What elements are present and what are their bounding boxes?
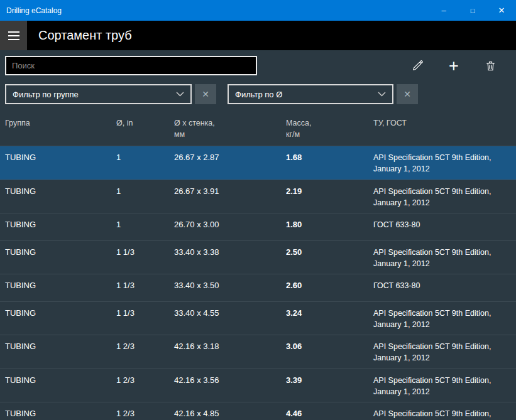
cell-size: 26.67 x 2.87	[174, 152, 286, 175]
delete-button[interactable]	[483, 59, 497, 73]
clear-diameter-filter-button[interactable]: ✕	[397, 84, 418, 104]
cell-group: TUBING	[5, 280, 116, 297]
cell-standard: ГОСТ 633-80	[373, 280, 516, 297]
table-header: Группа Ø, in Ø x стенка, мм Масса, кг/м …	[0, 110, 516, 146]
toolbar: +	[410, 59, 511, 73]
cell-mass: 1.68	[286, 152, 373, 175]
column-header-mass: Масса, кг/м	[286, 117, 373, 140]
filter-group-dropdown[interactable]: Фильтр по группе	[5, 84, 192, 104]
page-title: Сортамент труб	[38, 28, 132, 43]
cell-group: TUBING	[5, 247, 116, 269]
maximize-button[interactable]: □	[458, 0, 487, 21]
cell-standard: API Specification 5CT 9th Edition, Janua…	[373, 186, 516, 208]
cell-mass: 2.60	[286, 280, 373, 297]
window-controls: – □ ✕	[429, 0, 516, 21]
chevron-down-icon	[176, 92, 184, 97]
filter-diameter-label: Фильтр по Ø	[235, 90, 282, 99]
cell-mass: 4.46	[286, 408, 373, 420]
close-icon: ✕	[403, 89, 411, 99]
cell-group: TUBING	[5, 341, 116, 363]
cell-standard: API Specification 5CT 9th Edition, Janua…	[373, 152, 516, 175]
cell-diameter: 1 2/3	[116, 375, 174, 397]
filter-group-label: Фильтр по группе	[13, 90, 79, 99]
cell-diameter: 1 1/3	[116, 247, 174, 269]
table-row[interactable]: TUBING 1 2/3 42.16 x 3.18 3.06 API Speci…	[0, 335, 516, 369]
table-row[interactable]: TUBING 1 26.67 x 2.87 1.68 API Specifica…	[0, 146, 516, 180]
cell-group: TUBING	[5, 375, 116, 397]
plus-icon: +	[449, 60, 459, 72]
cell-size: 42.16 x 4.85	[174, 408, 286, 420]
trash-icon	[485, 60, 497, 72]
title-bar: Drilling eCatalog – □ ✕	[0, 0, 516, 21]
table-body: TUBING 1 26.67 x 2.87 1.68 API Specifica…	[0, 146, 516, 420]
cell-mass: 3.06	[286, 341, 373, 363]
cell-diameter: 1 1/3	[116, 308, 174, 330]
cell-diameter: 1 2/3	[116, 341, 174, 363]
cell-standard: ГОСТ 633-80	[373, 219, 516, 236]
cell-diameter: 1 1/3	[116, 280, 174, 297]
filter-diameter-dropdown[interactable]: Фильтр по Ø	[228, 84, 393, 104]
cell-diameter: 1	[116, 219, 174, 236]
table-row[interactable]: TUBING 1 26.67 x 3.91 2.19 API Specifica…	[0, 180, 516, 213]
cell-mass: 3.39	[286, 375, 373, 397]
hamburger-menu-button[interactable]	[0, 21, 27, 50]
cell-group: TUBING	[5, 308, 116, 330]
window-title: Drilling eCatalog	[0, 6, 62, 15]
cell-standard: API Specification 5CT 9th Edition, Janua…	[373, 341, 516, 363]
add-button[interactable]: +	[447, 59, 461, 73]
close-button[interactable]: ✕	[487, 0, 516, 21]
cell-standard: API Specification 5CT 9th Edition, Janua…	[373, 408, 516, 420]
cell-size: 42.16 x 3.56	[174, 375, 286, 397]
table-row[interactable]: TUBING 1 1/3 33.40 x 3.38 2.50 API Speci…	[0, 241, 516, 274]
filter-row: Фильтр по группе ✕ Фильтр по Ø ✕	[0, 80, 516, 110]
cell-mass: 2.19	[286, 186, 373, 208]
cell-diameter: 1	[116, 186, 174, 208]
cell-size: 26.70 x 3.00	[174, 219, 286, 236]
cell-diameter: 1 2/3	[116, 408, 174, 420]
cell-mass: 2.50	[286, 247, 373, 269]
cell-size: 42.16 x 3.18	[174, 341, 286, 363]
search-row: +	[0, 50, 516, 80]
table-row[interactable]: TUBING 1 1/3 33.40 x 3.50 2.60 ГОСТ 633-…	[0, 274, 516, 302]
column-header-size: Ø x стенка, мм	[174, 117, 286, 140]
cell-mass: 1.80	[286, 219, 373, 236]
search-input[interactable]	[5, 56, 257, 75]
cell-standard: API Specification 5CT 9th Edition, Janua…	[373, 375, 516, 397]
cell-group: TUBING	[5, 219, 116, 236]
edit-button[interactable]	[410, 59, 424, 73]
cell-group: TUBING	[5, 186, 116, 208]
cell-group: TUBING	[5, 408, 116, 420]
table-row[interactable]: TUBING 1 2/3 42.16 x 3.56 3.39 API Speci…	[0, 369, 516, 402]
cell-size: 33.40 x 3.38	[174, 247, 286, 269]
column-header-group: Группа	[5, 117, 116, 140]
table-row[interactable]: TUBING 1 2/3 42.16 x 4.85 4.46 API Speci…	[0, 402, 516, 420]
pencil-icon	[412, 60, 424, 72]
table-row[interactable]: TUBING 1 1/3 33.40 x 4.55 3.24 API Speci…	[0, 302, 516, 335]
cell-size: 26.67 x 3.91	[174, 186, 286, 208]
cell-standard: API Specification 5CT 9th Edition, Janua…	[373, 308, 516, 330]
cell-diameter: 1	[116, 152, 174, 175]
close-icon: ✕	[202, 89, 209, 99]
app-bar: Сортамент труб	[0, 21, 516, 50]
chevron-down-icon	[378, 92, 386, 97]
cell-size: 33.40 x 3.50	[174, 280, 286, 297]
minimize-button[interactable]: –	[429, 0, 458, 21]
column-header-standard: ТУ, ГОСТ	[373, 117, 516, 140]
cell-standard: API Specification 5CT 9th Edition, Janua…	[373, 247, 516, 269]
table-row[interactable]: TUBING 1 26.70 x 3.00 1.80 ГОСТ 633-80	[0, 213, 516, 241]
cell-group: TUBING	[5, 152, 116, 175]
cell-size: 33.40 x 4.55	[174, 308, 286, 330]
column-header-diameter: Ø, in	[116, 117, 174, 140]
clear-group-filter-button[interactable]: ✕	[195, 84, 216, 104]
hamburger-icon	[8, 31, 19, 33]
cell-mass: 3.24	[286, 308, 373, 330]
